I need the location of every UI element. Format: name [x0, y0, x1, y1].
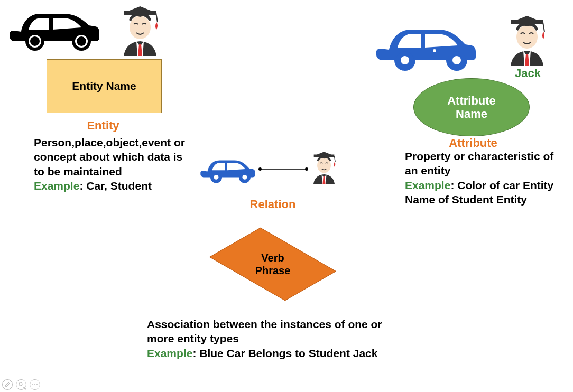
svg-point-12	[516, 25, 538, 49]
relation-desc-text: Association between the instances of one…	[147, 318, 382, 344]
svg-point-22	[317, 158, 331, 173]
car-black-icon	[6, 4, 101, 52]
bottom-left-controls	[2, 379, 40, 390]
attribute-example-label: Example	[405, 179, 450, 191]
relation-title: Relation	[241, 198, 304, 211]
svg-point-25	[19, 382, 22, 386]
svg-line-14	[543, 22, 544, 32]
attribute-ellipse: AttributeName	[413, 78, 530, 136]
relation-example-text: : Blue Car Belongs to Student Jack	[192, 347, 377, 359]
attribute-title: Attribute	[433, 136, 513, 150]
relation-example-label: Example	[147, 347, 192, 359]
svg-point-21	[305, 167, 308, 171]
entity-description: Person,place,object,event or concept abo…	[34, 135, 192, 193]
svg-point-11	[433, 49, 436, 52]
svg-point-8	[401, 56, 409, 64]
magnify-icon[interactable]	[16, 379, 26, 390]
relation-connector-line	[257, 164, 310, 174]
relation-description: Association between the instances of one…	[147, 317, 401, 360]
svg-point-1	[30, 36, 40, 46]
svg-point-16	[214, 175, 219, 180]
entity-box-label: Entity Name	[72, 80, 136, 92]
svg-point-26	[32, 384, 33, 385]
entity-example-label: Example	[34, 180, 79, 192]
svg-point-20	[258, 167, 262, 171]
entity-box: Entity Name	[47, 59, 162, 113]
relation-diamond-label: VerbPhrase	[255, 251, 291, 277]
svg-point-10	[452, 56, 461, 64]
attribute-description: Property or characteristic of an entity …	[405, 149, 569, 207]
more-icon[interactable]	[30, 379, 40, 390]
car-blue-attribute-icon	[373, 19, 479, 72]
svg-point-3	[77, 36, 86, 46]
attribute-ellipse-label: AttributeName	[447, 94, 496, 121]
student-icon-relation	[309, 150, 339, 185]
svg-line-6	[156, 13, 158, 22]
svg-point-18	[243, 175, 247, 180]
svg-point-27	[34, 384, 35, 385]
svg-point-28	[36, 384, 38, 385]
student-icon-attribute	[503, 14, 551, 67]
student-caption-jack: Jack	[515, 67, 541, 80]
car-blue-relation-icon	[199, 153, 257, 185]
svg-point-4	[130, 16, 151, 39]
entity-desc-text: Person,place,object,event or concept abo…	[34, 136, 185, 178]
entity-title: Entity	[53, 119, 153, 133]
entity-example-text: : Car, Student	[79, 180, 152, 192]
attribute-desc-text: Property or characteristic of an entity	[405, 150, 553, 176]
relation-diamond: VerbPhrase	[212, 224, 333, 304]
svg-line-24	[334, 156, 335, 162]
pen-icon[interactable]	[2, 379, 13, 390]
student-icon-entity	[116, 4, 164, 57]
